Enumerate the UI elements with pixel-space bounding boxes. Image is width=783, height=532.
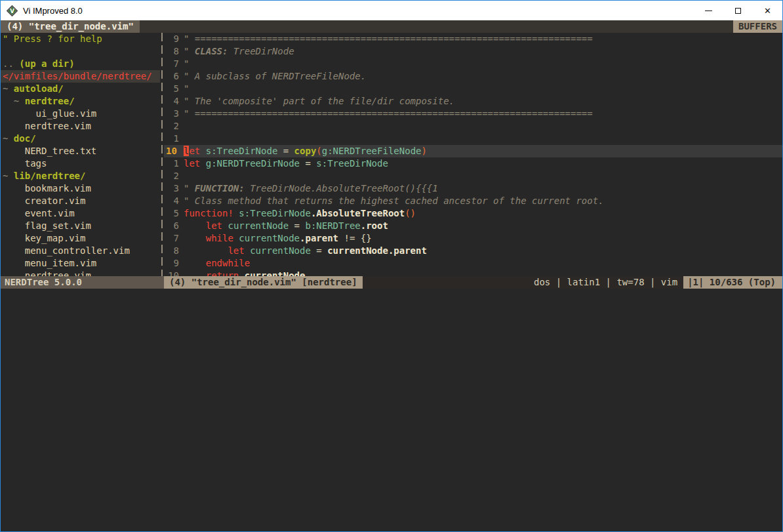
line-number: 3 bbox=[164, 108, 184, 120]
tree-line[interactable]: .. (up a dir) bbox=[1, 58, 160, 70]
tree-root-path[interactable]: </vimfiles/bundle/nerdtree/ bbox=[1, 70, 160, 83]
code-line[interactable]: 5" bbox=[164, 83, 782, 95]
tree-line[interactable]: ~ nerdtree/ bbox=[1, 95, 160, 108]
code-text: return currentNode bbox=[184, 270, 305, 276]
code-text: " Class method that returns the highest … bbox=[184, 195, 604, 207]
tree-line[interactable]: bookmark.vim bbox=[1, 182, 160, 195]
status-file-name: (4) "tree_dir_node.vim" [nerdtree] bbox=[164, 276, 363, 289]
vim-icon: V bbox=[7, 5, 18, 16]
title-bar: V Vi IMproved 8.0 ✕ bbox=[1, 1, 782, 20]
line-number: 2 bbox=[164, 120, 184, 133]
code-text: " The 'composite' part of the file/dir c… bbox=[184, 95, 454, 108]
code-line[interactable]: 6" A subclass of NERDTreeFileNode. bbox=[164, 70, 782, 83]
code-text: " FUNCTION: TreeDirNode.AbsoluteTreeRoot… bbox=[184, 182, 438, 195]
code-line[interactable]: 8" CLASS: TreeDirNode bbox=[164, 45, 782, 58]
code-line[interactable]: 3" =====================================… bbox=[164, 108, 782, 120]
command-line[interactable] bbox=[1, 289, 782, 532]
tree-line[interactable]: ~ doc/ bbox=[1, 133, 160, 145]
code-text: function! s:TreeDirNode.AbsoluteTreeRoot… bbox=[184, 207, 416, 220]
line-number: 2 bbox=[164, 170, 184, 182]
tree-line[interactable]: flag_set.vim bbox=[1, 220, 160, 232]
line-number: 9 bbox=[164, 33, 184, 45]
line-number: 8 bbox=[164, 45, 184, 58]
tree-line[interactable]: " Press ? for help bbox=[1, 33, 160, 45]
nerdtree-pane[interactable]: " Press ? for help.. (up a dir)</vimfile… bbox=[1, 33, 160, 276]
code-line[interactable]: 1 bbox=[164, 133, 782, 145]
code-line[interactable]: 2 bbox=[164, 120, 782, 133]
line-number: 7 bbox=[164, 58, 184, 70]
line-number: 5 bbox=[164, 207, 184, 220]
code-line[interactable]: 4" The 'composite' part of the file/dir … bbox=[164, 95, 782, 108]
tree-line[interactable]: NERD_tree.txt bbox=[1, 145, 160, 157]
tree-line[interactable]: menu_controller.vim bbox=[1, 245, 160, 257]
tree-line[interactable]: key_map.vim bbox=[1, 232, 160, 245]
tab-line-filler bbox=[140, 20, 733, 33]
close-icon: ✕ bbox=[764, 7, 771, 15]
code-text: " ======================================… bbox=[184, 108, 593, 120]
code-text: " bbox=[184, 58, 189, 70]
tree-line[interactable]: menu_item.vim bbox=[1, 257, 160, 270]
code-line[interactable]: 9 endwhile bbox=[164, 257, 782, 270]
code-line[interactable]: 5function! s:TreeDirNode.AbsoluteTreeRoo… bbox=[164, 207, 782, 220]
svg-text:V: V bbox=[10, 7, 14, 14]
line-number: 10 bbox=[164, 145, 184, 157]
tree-line[interactable]: tags bbox=[1, 157, 160, 170]
tree-line[interactable]: nerdtree.vim bbox=[1, 270, 160, 276]
minimize-button[interactable] bbox=[694, 1, 723, 20]
code-line[interactable]: 6 let currentNode = b:NERDTree.root bbox=[164, 220, 782, 232]
line-number: 5 bbox=[164, 83, 184, 95]
line-number: 6 bbox=[164, 220, 184, 232]
status-filler: dos | latin1 | tw=78 | vim bbox=[363, 276, 684, 289]
line-number: 1 bbox=[164, 133, 184, 145]
window-split-separator[interactable] bbox=[160, 33, 164, 276]
vim-window: V Vi IMproved 8.0 ✕ (4) "tree_dir_node.v… bbox=[0, 0, 783, 532]
tree-line[interactable]: creator.vim bbox=[1, 195, 160, 207]
code-line[interactable]: 2 bbox=[164, 170, 782, 182]
tab-tree-dir-node[interactable]: (4) "tree_dir_node.vim" bbox=[1, 20, 140, 33]
line-number: 3 bbox=[164, 182, 184, 195]
tree-line[interactable]: ~ lib/nerdtree/ bbox=[1, 170, 160, 182]
status-line: NERDTree 5.0.0 (4) "tree_dir_node.vim" [… bbox=[1, 276, 782, 289]
tree-line[interactable] bbox=[1, 45, 160, 58]
code-line[interactable]: 7" bbox=[164, 58, 782, 70]
code-text: endwhile bbox=[184, 257, 250, 270]
code-line[interactable]: 10 return currentNode bbox=[164, 270, 782, 276]
code-text: " ======================================… bbox=[184, 33, 593, 45]
maximize-icon bbox=[735, 8, 741, 14]
code-line[interactable]: 8 let currentNode = currentNode.parent bbox=[164, 245, 782, 257]
code-text: " CLASS: TreeDirNode bbox=[184, 45, 294, 58]
line-number: 8 bbox=[164, 245, 184, 257]
code-text: " bbox=[184, 83, 189, 95]
code-line-current[interactable]: 10let s:TreeDirNode = copy(g:NERDTreeFil… bbox=[164, 145, 782, 157]
code-line[interactable]: 7 while currentNode.parent != {} bbox=[164, 232, 782, 245]
tree-line[interactable]: nerdtree.vim bbox=[1, 120, 160, 133]
window-controls: ✕ bbox=[694, 1, 782, 20]
code-text: let s:TreeDirNode = copy(g:NERDTreeFileN… bbox=[184, 145, 427, 157]
maximize-button[interactable] bbox=[723, 1, 753, 20]
code-line[interactable]: 1let g:NERDTreeDirNode = s:TreeDirNode bbox=[164, 157, 782, 170]
close-button[interactable]: ✕ bbox=[753, 1, 782, 20]
line-number: 6 bbox=[164, 70, 184, 83]
line-number: 10 bbox=[164, 270, 184, 276]
code-line[interactable]: 9" =====================================… bbox=[164, 33, 782, 45]
line-number: 1 bbox=[164, 157, 184, 170]
window-title: Vi IMproved 8.0 bbox=[23, 6, 83, 16]
tree-line[interactable]: ui_glue.vim bbox=[1, 108, 160, 120]
tree-line[interactable]: event.vim bbox=[1, 207, 160, 220]
nerdtree-status: NERDTree 5.0.0 bbox=[1, 276, 164, 289]
buffers-label[interactable]: BUFFERS bbox=[733, 20, 782, 33]
editor-pane[interactable]: 9" =====================================… bbox=[164, 33, 782, 276]
code-line[interactable]: 3" FUNCTION: TreeDirNode.AbsoluteTreeRoo… bbox=[164, 182, 782, 195]
code-text: while currentNode.parent != {} bbox=[184, 232, 372, 245]
status-cursor-position: |1| 10/636 (Top) bbox=[683, 276, 782, 289]
minimize-icon bbox=[705, 10, 712, 11]
code-text: let g:NERDTreeDirNode = s:TreeDirNode bbox=[184, 157, 388, 170]
code-text: let currentNode = currentNode.parent bbox=[184, 245, 427, 257]
tree-line[interactable]: ~ autoload/ bbox=[1, 83, 160, 95]
code-text: " A subclass of NERDTreeFileNode. bbox=[184, 70, 366, 83]
line-number: 9 bbox=[164, 257, 184, 270]
code-line[interactable]: 4" Class method that returns the highest… bbox=[164, 195, 782, 207]
line-number: 4 bbox=[164, 195, 184, 207]
line-number: 4 bbox=[164, 95, 184, 108]
status-file-info: dos | latin1 | tw=78 | vim bbox=[534, 276, 683, 289]
